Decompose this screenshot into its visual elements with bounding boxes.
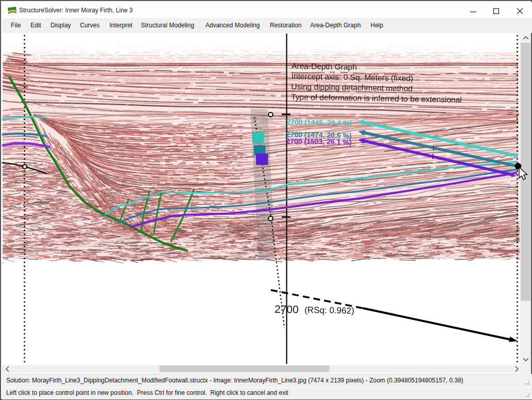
svg-text:Using dipping detachment metho: Using dipping detachment method <box>291 82 412 93</box>
svg-text:(RSq: 0.962): (RSq: 0.962) <box>304 305 354 316</box>
svg-text:2700 (1503, 26.1 %): 2700 (1503, 26.1 %) <box>286 137 351 146</box>
svg-text:Intercept axis: 0 Sq. Meters (: Intercept axis: 0 Sq. Meters (fixed) <box>292 72 413 83</box>
svg-text:Area-Depth Graph: Area-Depth Graph <box>292 61 357 71</box>
svg-text:2700 (1445, 29.4 %): 2700 (1445, 29.4 %) <box>286 118 352 127</box>
svg-text:2700: 2700 <box>275 303 299 315</box>
svg-text:Type of deformation is inferre: Type of deformation is inferred to be ex… <box>291 92 462 104</box>
